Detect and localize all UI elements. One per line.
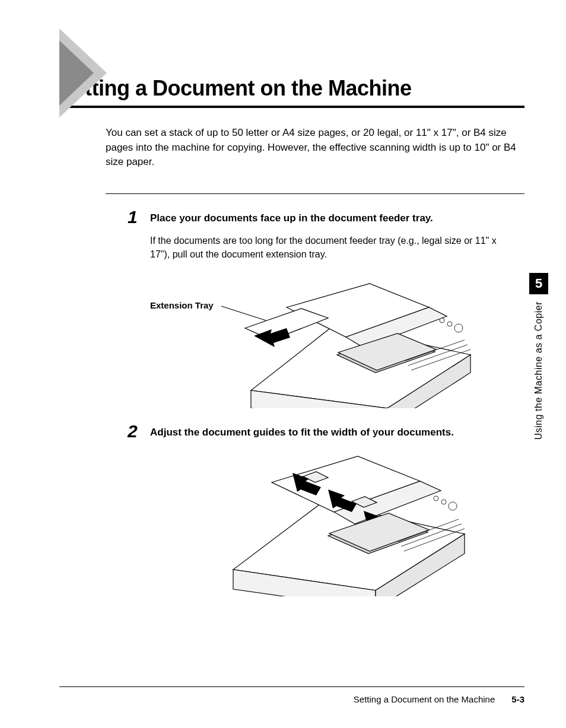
- step-heading: Place your documents face up in the docu…: [150, 212, 513, 225]
- chapter-label: Using the Machine as a Copier: [533, 301, 544, 440]
- step-2: 2 Adjust the document guides to fit the …: [128, 426, 513, 596]
- intro-paragraph: You can set a stack of up to 50 letter o…: [106, 126, 519, 170]
- figure-document-guides: [150, 448, 513, 596]
- section-rule: [106, 193, 524, 194]
- page-footer: Setting a Document on the Machine 5-3: [59, 686, 524, 704]
- chapter-number-badge: 5: [529, 273, 548, 294]
- step-body: If the documents are too long for the do…: [150, 234, 513, 261]
- footer-page-number: 5-3: [511, 694, 524, 704]
- step-number: 1: [128, 207, 138, 227]
- step-heading: Adjust the document guides to fit the wi…: [150, 426, 513, 440]
- callout-extension-tray: Extension Tray: [150, 300, 214, 310]
- svg-point-17: [440, 318, 444, 323]
- page-title: Setting a Document on the Machine: [59, 76, 524, 101]
- svg-line-2: [221, 306, 266, 320]
- step-number: 2: [128, 421, 138, 441]
- svg-point-35: [434, 496, 438, 501]
- svg-point-15: [454, 324, 463, 332]
- svg-point-33: [449, 502, 457, 510]
- footer-section-title: Setting a Document on the Machine: [354, 694, 495, 704]
- printer-illustration-1: [150, 272, 482, 408]
- chapter-side-tab: 5 Using the Machine as a Copier: [529, 273, 548, 440]
- figure-extension-tray: Extension Tray: [150, 272, 513, 408]
- header-triangle-ornament: [59, 28, 107, 112]
- step-1: 1 Place your documents face up in the do…: [128, 212, 513, 408]
- svg-point-34: [441, 500, 446, 504]
- svg-point-16: [447, 322, 452, 326]
- title-rule: [59, 106, 524, 108]
- printer-illustration-2: [150, 448, 482, 596]
